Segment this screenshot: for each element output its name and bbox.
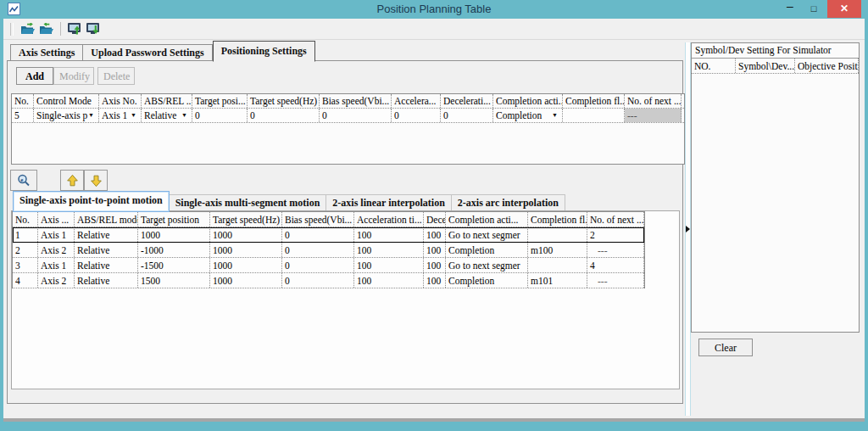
table-cell[interactable]: 100 [424,273,446,288]
table-cell[interactable]: Completion▼ [493,109,563,122]
table-cell[interactable]: 1 [13,227,38,242]
table-cell[interactable]: 100 [424,258,446,272]
tab-2-axis-linear-interpolation[interactable]: 2-axis linear interpolation [326,194,451,211]
table-cell[interactable]: Relative [75,273,138,288]
table-cell[interactable]: --- [587,243,644,257]
delete-button[interactable]: Delete [97,67,135,85]
tab-2-axis-arc-interpolation[interactable]: 2-axis arc interpolation [452,194,565,211]
tab-single-axis-multi-segment-motion[interactable]: Single-axis multi-segment motion [170,194,327,211]
table-cell[interactable]: Axis 1 [38,227,75,242]
save-file-button[interactable] [37,20,56,38]
main-toolbar [3,19,865,40]
move-up-button[interactable] [60,170,84,191]
table-cell[interactable]: Completion [446,243,528,257]
table-row[interactable]: 1Axis 1Relative100010000100100Go to next… [13,227,644,243]
open-file-button[interactable] [19,20,37,38]
maximize-button[interactable]: □ [804,0,824,18]
table-cell[interactable]: Relative▼ [142,109,192,122]
table-cell[interactable]: 1000 [138,227,210,242]
table-cell[interactable]: 100 [424,227,446,242]
table-cell[interactable]: 1000 [210,243,282,257]
table-cell[interactable]: Relative [75,258,138,272]
table-cell[interactable]: Axis 2 [38,243,75,257]
table-row[interactable]: 4Axis 2Relative150010000100100Completion… [13,273,644,288]
table-cell[interactable]: 100 [354,273,424,288]
table-cell[interactable]: 3 [13,258,38,272]
table-cell[interactable]: Axis 1 [38,258,75,272]
table-cell[interactable]: 2 [587,227,644,242]
table-cell[interactable]: 2 [13,243,38,257]
table-cell[interactable]: 1000 [210,273,282,288]
table-cell[interactable]: 0 [248,109,320,122]
table-cell[interactable]: 4 [587,258,644,272]
table-cell[interactable]: 100 [424,243,446,257]
move-down-button[interactable] [84,170,108,191]
table-cell[interactable] [528,227,587,242]
table-cell[interactable]: 0 [282,227,354,242]
toolbar-grip [10,23,14,36]
upload-to-device-button[interactable] [65,20,84,38]
table-cell[interactable]: 5 [12,109,34,122]
clear-button[interactable]: Clear [698,339,753,356]
table-cell[interactable]: 4 [13,273,38,288]
table-cell[interactable]: -1500 [138,258,210,272]
table-cell[interactable]: 0 [282,258,354,272]
cell-text: Completion [496,110,542,120]
table-cell[interactable]: 0 [282,243,354,257]
table-cell[interactable]: Go to next segmer [446,258,528,272]
cell-text: m101 [531,276,553,286]
table-cell[interactable]: 0 [441,109,493,122]
table-cell[interactable]: m100 [528,243,587,257]
modify-button[interactable]: Modify [53,67,94,85]
dropdown-arrow-icon[interactable]: ▼ [88,113,94,119]
tab-upload-password-settings[interactable]: Upload Password Settings [83,44,212,61]
add-button[interactable]: Add [16,67,53,85]
arrow-up-icon [66,174,79,188]
table-cell[interactable]: 0 [392,109,441,122]
table-cell[interactable]: Completion [446,273,528,288]
dropdown-arrow-icon[interactable]: ▼ [131,113,136,119]
table-cell[interactable]: Relative [75,227,138,242]
splitter-collapse-icon[interactable] [686,226,690,232]
table-cell[interactable]: 100 [354,227,424,242]
table-cell[interactable] [528,258,587,272]
table-cell[interactable]: --- [587,273,644,288]
tab-positioning-settings[interactable]: Positioning Settings [213,41,315,62]
table-cell[interactable]: 0 [282,273,354,288]
close-button[interactable]: ✕ [827,0,861,18]
table-row[interactable]: 2Axis 2Relative-100010000100100Completio… [13,243,644,258]
tab-axis-settings[interactable]: Axis Settings [10,44,83,61]
table-cell[interactable]: 0 [192,109,248,122]
table-cell[interactable]: Axis 1▼ [99,109,142,122]
column-header: No. [13,212,38,227]
column-header: Symbol\Dev... [736,59,795,73]
table-cell[interactable]: 100 [354,258,424,272]
table-cell[interactable]: 0 [320,109,392,122]
table-row[interactable]: 3Axis 1Relative-150010000100100Go to nex… [13,258,644,273]
cell-text: -1500 [141,260,164,271]
download-from-device-button[interactable] [84,20,103,38]
cell-text: 100 [357,276,371,286]
table-cell[interactable]: Relative [75,243,138,257]
table-cell[interactable]: m101 [528,273,587,288]
table-cell[interactable]: 1000 [210,258,282,272]
preview-button[interactable]: e [10,170,37,191]
minimize-button[interactable]: – [780,0,800,18]
table-cell[interactable]: Axis 2 [38,273,75,288]
dropdown-arrow-icon[interactable]: ▼ [181,113,187,119]
table-cell[interactable] [563,109,625,122]
table-cell[interactable]: Go to next segmer [446,227,528,242]
table-cell[interactable]: --- [625,109,682,122]
table-row[interactable]: 5Single-axis p▼Axis 1▼Relative▼00000Comp… [12,109,684,123]
table-cell[interactable]: Single-axis p▼ [34,109,99,122]
panel-splitter[interactable] [685,42,691,416]
table-cell[interactable]: 1500 [138,273,210,288]
table-cell[interactable]: 1000 [210,227,282,242]
dropdown-arrow-icon[interactable]: ▼ [552,113,558,119]
table-cell[interactable]: 100 [354,243,424,257]
motion-type-tab-bar: Single-axis point-to-point motionSingle-… [13,194,565,211]
table-cell[interactable]: -1000 [138,243,210,257]
edit-table: No.Control ModeAxis No.ABS/REL ...Target… [12,94,684,123]
cell-text: 100 [426,230,441,240]
tab-single-axis-point-to-point-motion[interactable]: Single-axis point-to-point motion [13,191,170,212]
